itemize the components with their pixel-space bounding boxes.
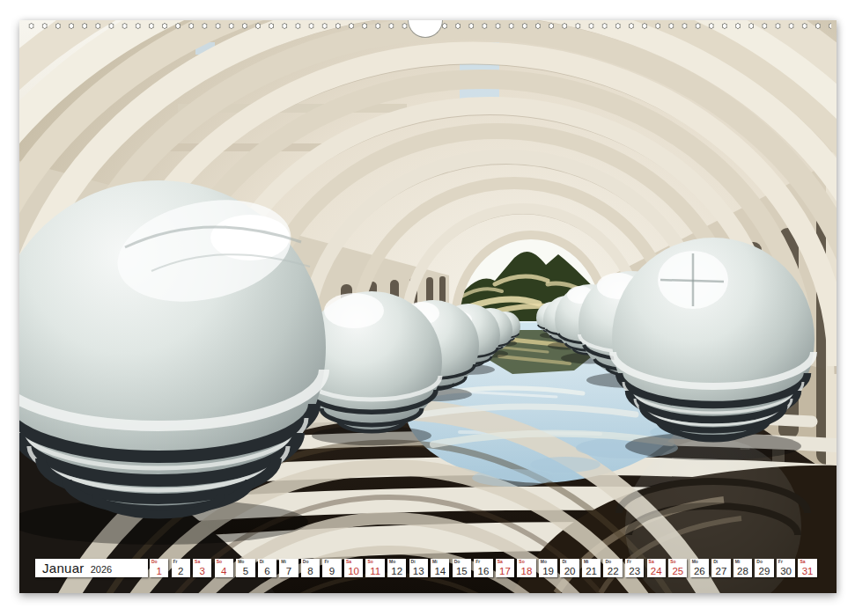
day-number: 12 <box>387 567 406 577</box>
weekday-label: So <box>217 560 222 564</box>
day-cell: Mi 28 <box>733 559 752 577</box>
weekday-label: Fr <box>475 560 480 564</box>
day-number: 3 <box>193 567 211 577</box>
weekday-label: So <box>367 560 372 564</box>
day-cell: Mi 7 <box>279 559 298 577</box>
day-number: 10 <box>344 567 363 577</box>
weekday-label: Fr <box>173 560 178 564</box>
day-number: 27 <box>711 567 730 577</box>
day-cell: Fr 23 <box>625 559 644 577</box>
day-strip: Do 1 Fr 2 Sa 3 So 4 <box>150 559 817 577</box>
day-number: 17 <box>496 567 514 577</box>
weekday-label: Do <box>151 560 158 564</box>
weekday-label: Sa <box>800 560 805 564</box>
weekday-label: Mi <box>584 560 589 564</box>
weekday-label: Di <box>411 560 416 564</box>
weekday-label: Do <box>303 560 309 564</box>
weekday-label: Fr <box>778 560 783 564</box>
day-number: 19 <box>539 567 557 577</box>
day-cell: Fr 16 <box>474 559 492 577</box>
day-number: 22 <box>603 567 622 577</box>
day-cell: Di 6 <box>258 559 276 577</box>
day-cell: Sa 24 <box>647 559 666 577</box>
day-number: 20 <box>560 567 579 577</box>
day-number: 23 <box>625 567 644 577</box>
month-label-box: Januar 2026 <box>35 559 148 577</box>
weekday-label: Mi <box>281 560 286 564</box>
day-cell: Do 22 <box>603 559 622 577</box>
weekday-label: So <box>670 560 675 564</box>
weekday-label: Di <box>260 560 264 564</box>
day-cell: Fr 2 <box>172 559 190 577</box>
day-cell: Do 29 <box>755 559 773 577</box>
weekday-label: Do <box>454 560 461 564</box>
day-number: 11 <box>365 567 384 577</box>
day-number: 2 <box>172 567 190 577</box>
weekday-label: Sa <box>195 560 200 564</box>
weekday-label: Di <box>562 560 566 564</box>
weekday-label: Sa <box>498 560 503 564</box>
calendar-page: Januar 2026 Do 1 Fr 2 Sa 3 <box>19 20 837 593</box>
day-cell: Mo 26 <box>690 559 709 577</box>
day-cell: So 4 <box>215 559 233 577</box>
day-number: 28 <box>733 567 752 577</box>
year-label: 2026 <box>91 564 112 575</box>
weekday-label: Fr <box>627 560 631 564</box>
weekday-label: Do <box>605 560 611 564</box>
weekday-label: Fr <box>324 560 328 564</box>
day-number: 26 <box>690 567 709 577</box>
calendar-product-photo: Januar 2026 Do 1 Fr 2 Sa 3 <box>0 0 855 616</box>
day-number: 30 <box>777 567 795 577</box>
day-number: 4 <box>215 567 233 577</box>
day-number: 18 <box>517 567 535 577</box>
day-cell: Mo 19 <box>539 559 557 577</box>
day-number: 21 <box>582 567 601 577</box>
calendar-artwork <box>19 20 837 593</box>
weekday-label: Mo <box>692 560 698 564</box>
day-cell: Fr 9 <box>322 559 341 577</box>
day-cell: Di 20 <box>560 559 579 577</box>
day-cell: Fr 30 <box>777 559 795 577</box>
day-number: 25 <box>668 567 687 577</box>
day-cell: So 11 <box>365 559 384 577</box>
day-number: 7 <box>279 567 298 577</box>
day-cell: Sa 17 <box>496 559 514 577</box>
day-cell: Mi 14 <box>431 559 449 577</box>
day-number: 1 <box>150 567 168 577</box>
weekday-label: Mi <box>432 560 438 564</box>
day-number: 6 <box>258 567 276 577</box>
day-cell: Di 27 <box>711 559 730 577</box>
day-number: 9 <box>322 567 341 577</box>
weekday-label: So <box>519 560 524 564</box>
day-cell: Mo 12 <box>387 559 406 577</box>
weekday-label: Sa <box>346 560 351 564</box>
day-number: 15 <box>453 567 471 577</box>
day-cell: Di 13 <box>409 559 428 577</box>
day-cell: Mi 21 <box>582 559 601 577</box>
weekday-label: Sa <box>649 560 654 564</box>
month-label: Januar <box>42 561 85 575</box>
day-number: 29 <box>755 567 773 577</box>
day-number: 8 <box>301 567 320 577</box>
weekday-label: Mo <box>541 560 547 564</box>
day-number: 5 <box>236 567 254 577</box>
day-cell: So 18 <box>517 559 535 577</box>
day-cell: Sa 10 <box>344 559 363 577</box>
day-number: 13 <box>409 567 428 577</box>
day-cell: Sa 3 <box>193 559 211 577</box>
weekday-label: Mi <box>735 560 741 564</box>
day-cell: Sa 31 <box>798 559 816 577</box>
day-cell: Do 8 <box>301 559 320 577</box>
day-number: 24 <box>647 567 666 577</box>
day-number: 31 <box>798 567 816 577</box>
weekday-label: Mo <box>238 560 244 564</box>
weekday-label: Di <box>713 560 718 564</box>
day-cell: Mo 5 <box>236 559 254 577</box>
day-number: 14 <box>431 567 449 577</box>
day-cell: Do 15 <box>453 559 471 577</box>
day-cell: Do 1 <box>150 559 168 577</box>
day-number: 16 <box>474 567 492 577</box>
weekday-label: Do <box>756 560 763 564</box>
day-cell: So 25 <box>668 559 687 577</box>
weekday-label: Mo <box>389 560 395 564</box>
